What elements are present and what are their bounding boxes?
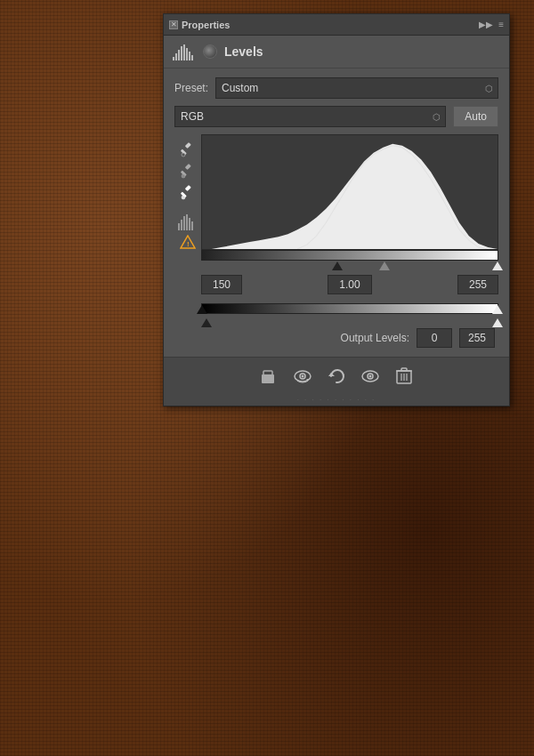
channel-select-wrapper: RGB Red Green Blue ⬡ — [174, 106, 446, 127]
output-white-handle[interactable] — [492, 318, 503, 327]
svg-rect-4 — [183, 44, 185, 60]
black-output-handle[interactable] — [197, 305, 207, 314]
output-white-input[interactable] — [459, 328, 495, 348]
black-input-handle[interactable] — [332, 261, 343, 270]
title-bar-right: ▶▶ ≡ — [479, 20, 504, 29]
collapse-icon[interactable]: ▶▶ — [479, 20, 493, 29]
output-gradient-bar — [201, 303, 498, 314]
svg-point-36 — [369, 374, 372, 377]
input-slider-bar — [201, 250, 498, 271]
output-black-input[interactable] — [417, 328, 452, 348]
white-input-handle[interactable] — [492, 261, 503, 270]
svg-rect-6 — [189, 52, 190, 60]
auto-button[interactable]: Auto — [453, 106, 498, 127]
channel-row: RGB Red Green Blue ⬡ Auto — [174, 106, 498, 127]
input-handles-area — [201, 261, 498, 271]
toggle-visibility-button[interactable] — [359, 365, 382, 388]
output-values-row: Output Levels: — [201, 328, 498, 348]
reset-button[interactable] — [325, 365, 348, 388]
svg-rect-11 — [185, 164, 191, 170]
warning-icon[interactable] — [178, 213, 198, 233]
svg-point-16 — [182, 196, 185, 199]
view-previous-button[interactable] — [291, 365, 314, 388]
menu-icon[interactable]: ≡ — [498, 20, 504, 29]
resize-handle[interactable]: · · · · · · · · · · · — [164, 394, 509, 406]
title-bar-left: ✕ Properties — [169, 20, 230, 30]
close-button[interactable]: ✕ — [169, 20, 178, 29]
svg-rect-8 — [185, 142, 191, 149]
input-gradient-bar — [201, 250, 498, 261]
output-handles-area — [201, 318, 498, 328]
histogram-column: Output Levels: — [201, 134, 498, 348]
input-values-row — [201, 275, 498, 294]
svg-rect-14 — [185, 185, 191, 191]
black-level-input[interactable] — [201, 275, 242, 294]
svg-point-13 — [182, 174, 185, 178]
svg-rect-39 — [401, 368, 407, 371]
svg-rect-1 — [175, 53, 177, 60]
channel-select[interactable]: RGB Red Green Blue — [174, 106, 446, 127]
mid-level-input[interactable] — [328, 275, 372, 294]
svg-rect-17 — [178, 223, 180, 230]
svg-rect-3 — [181, 46, 182, 60]
output-section: Output Levels: — [201, 303, 498, 348]
tools-column: ! — [174, 134, 201, 348]
svg-rect-2 — [178, 50, 180, 60]
panel-title: Properties — [182, 20, 230, 30]
mid-input-handle[interactable] — [379, 261, 390, 270]
svg-marker-33 — [328, 373, 335, 376]
panel-header: Levels — [164, 36, 509, 68]
white-eyedropper-button[interactable] — [181, 184, 195, 200]
preset-select-wrapper: Custom Default Darker Increase Contrast … — [215, 77, 498, 99]
panel-footer — [164, 357, 509, 394]
gray-eyedropper-button[interactable] — [181, 163, 195, 179]
svg-rect-5 — [186, 48, 188, 60]
svg-point-10 — [182, 153, 185, 157]
levels-icon — [173, 43, 196, 60]
preset-row: Preset: Custom Default Darker Increase C… — [174, 77, 498, 99]
white-level-input[interactable] — [457, 275, 498, 294]
preset-select[interactable]: Custom Default Darker Increase Contrast … — [215, 77, 498, 99]
main-area: ! — [174, 134, 498, 348]
black-eyedropper-button[interactable] — [181, 141, 195, 157]
svg-text:!: ! — [187, 240, 190, 248]
svg-point-31 — [302, 374, 304, 377]
delete-button[interactable] — [392, 365, 416, 388]
auto-adjustment-icon[interactable]: ! — [180, 235, 196, 252]
title-bar: ✕ Properties ▶▶ ≡ — [164, 14, 509, 36]
panel-content: Preset: Custom Default Darker Increase C… — [164, 68, 509, 357]
white-output-handle[interactable] — [492, 305, 503, 314]
svg-rect-0 — [173, 57, 174, 60]
properties-panel: ✕ Properties ▶▶ ≡ Levels — [163, 13, 510, 406]
histogram-display — [201, 134, 498, 250]
adjustment-layer-icon — [203, 44, 217, 59]
panel-heading-title: Levels — [224, 44, 263, 59]
output-black-handle[interactable] — [201, 318, 212, 327]
preset-label: Preset: — [174, 82, 208, 94]
output-label: Output Levels: — [341, 332, 409, 344]
svg-rect-7 — [191, 55, 193, 60]
clip-to-layer-button[interactable] — [257, 365, 280, 388]
